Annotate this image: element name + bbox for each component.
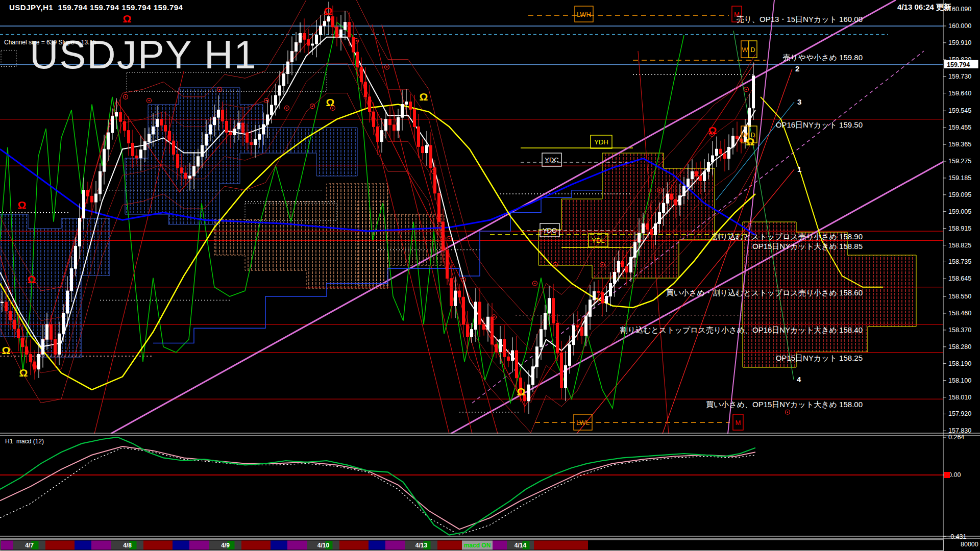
candle-bull — [728, 147, 730, 159]
macd-on-button[interactable]: macd ON — [464, 542, 491, 549]
level-annotation: OP15日NYカット 158.25 — [776, 354, 863, 362]
candle-bull — [38, 354, 40, 369]
candle-bear — [222, 110, 224, 121]
signal-dot-center — [555, 264, 556, 266]
session-strip-segment — [271, 541, 287, 550]
price-tick-label: 158.915 — [948, 225, 971, 232]
label-box-text: W — [742, 131, 748, 139]
candle-bear — [724, 154, 726, 158]
candle-bear — [168, 131, 171, 141]
candle-bull — [634, 242, 636, 257]
candle-bull — [95, 194, 97, 202]
label-box-text: M — [736, 419, 741, 427]
candle-bull — [205, 134, 208, 145]
signal-dot-center — [219, 89, 220, 90]
candle-bear — [87, 190, 89, 196]
candle-bull — [654, 223, 657, 235]
macd-signal-line — [0, 446, 755, 529]
session-strip-segment — [241, 541, 271, 550]
price-tick-label: 159.185 — [948, 174, 971, 182]
candle-bull — [344, 22, 347, 30]
candle-bear — [360, 67, 363, 82]
candle-bear — [50, 324, 53, 339]
candle-bull — [511, 350, 514, 361]
date-label: 4/7 — [25, 542, 34, 549]
session-strip-segment — [91, 541, 111, 550]
candle-bear — [438, 193, 440, 222]
macd-tick-label: -0.431 — [948, 533, 966, 540]
candle-bull — [687, 179, 690, 187]
candle-bear — [695, 171, 698, 176]
candle-bull — [679, 196, 681, 205]
candle-bull — [381, 131, 383, 142]
candle-bull — [499, 339, 502, 352]
candle-bear — [552, 298, 555, 323]
signal-dot-center — [356, 40, 357, 42]
candle-bull — [618, 261, 620, 272]
candle-bull — [385, 119, 387, 131]
red-omega-marker: Ω — [324, 5, 333, 17]
candle-bull — [528, 385, 530, 401]
candle-bull — [295, 42, 298, 52]
candle-bear — [450, 279, 453, 306]
candle-bear — [307, 39, 310, 45]
candle-bull — [107, 133, 110, 149]
level-annotation: 割り込むとストップロス売り小さめ 158.90 — [713, 232, 863, 241]
ichimoku-cloud-blue — [263, 128, 357, 176]
candle-bull — [732, 136, 734, 147]
candle-bull — [540, 330, 543, 347]
candle-bear — [364, 82, 367, 97]
candle-bull — [311, 44, 314, 45]
price-tick-label: 158.645 — [948, 275, 971, 282]
candle-bull — [536, 347, 538, 367]
session-strip-segment — [369, 541, 385, 550]
date-label: 4/14 — [514, 542, 527, 549]
candle-bull — [275, 95, 277, 105]
candle-bull — [193, 166, 195, 176]
label-box-text: YDO — [543, 227, 557, 234]
yellow-omega-marker: Ω — [420, 91, 428, 103]
candle-bear — [556, 323, 559, 353]
candle-bull — [46, 324, 48, 339]
price-tick-label: 159.275 — [948, 158, 971, 165]
price-tick-label: 158.190 — [948, 360, 971, 367]
candle-bull — [42, 339, 44, 354]
candle-bear — [699, 176, 702, 181]
candle-bear — [132, 143, 134, 156]
candle-bull — [638, 233, 641, 242]
candle-bull — [238, 123, 240, 129]
level-annotation: 買い小さめ・割り込むとストップロス売り小さめ 158.60 — [666, 288, 863, 297]
candle-bear — [185, 173, 187, 178]
candle-bear — [30, 354, 32, 362]
label-box-text: LWH — [577, 11, 591, 18]
candle-bear — [467, 324, 469, 337]
session-strip-segment — [437, 541, 462, 550]
candle-bear — [626, 267, 628, 272]
candle-bear — [13, 320, 16, 329]
candle-bear — [332, 17, 334, 27]
candle-bull — [405, 102, 408, 105]
object-endpoint-number: 2 — [795, 64, 799, 73]
candle-bull — [712, 156, 714, 162]
candle-bull — [748, 108, 751, 127]
candle-bull — [324, 21, 326, 26]
candle-bull — [320, 26, 322, 35]
signal-dot-center — [149, 100, 150, 102]
chart-canvas[interactable]: ΩΩΩΩΩΩΩΩΩΩΩLWHMWDWDYDHYDCYDOYDLLWLM1234売… — [0, 0, 980, 551]
signal-dot-center — [463, 279, 464, 281]
price-tick-label: 158.280 — [948, 343, 971, 350]
signal-dot-center — [266, 100, 267, 102]
candle-bear — [601, 292, 604, 303]
candle-bear — [491, 317, 494, 344]
candle-bear — [181, 168, 183, 173]
candle-bull — [593, 291, 596, 300]
candle-bull — [642, 223, 645, 233]
signal-dot-center — [534, 283, 536, 284]
volume-axis-label: 80000 — [961, 541, 978, 548]
level-annotation: 売りやや小さめ 159.80 — [782, 53, 863, 62]
candle-bull — [140, 150, 142, 158]
candle-bull — [152, 127, 155, 134]
candle-bull — [454, 291, 457, 306]
signal-dot-center — [449, 238, 450, 239]
candle-bear — [17, 329, 20, 338]
